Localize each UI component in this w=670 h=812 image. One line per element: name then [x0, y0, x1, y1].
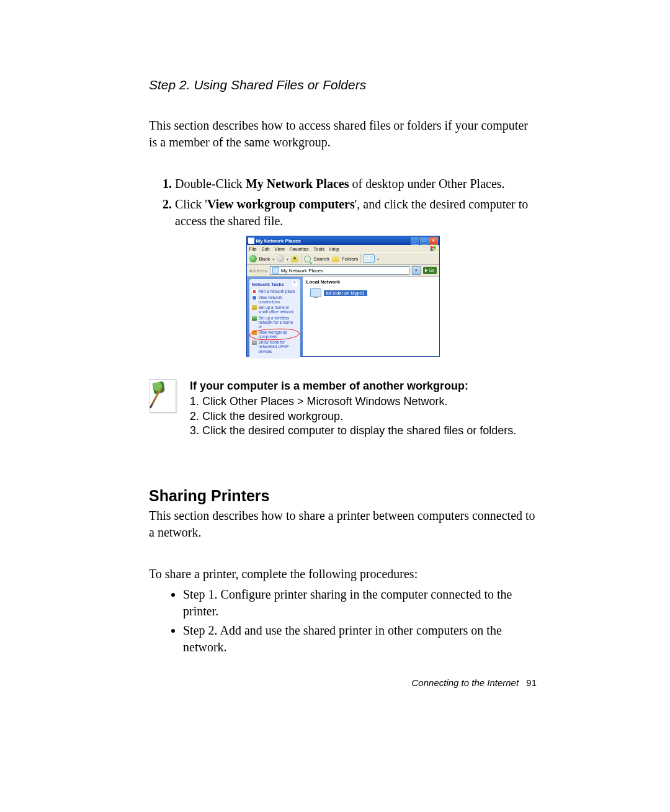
maximize-button[interactable]: □: [420, 237, 429, 245]
menu-tools[interactable]: Tools: [314, 246, 325, 252]
address-value: My Network Places: [281, 268, 323, 274]
task-label: Add a network place: [259, 289, 295, 293]
step-2-text-a: Click ': [175, 197, 207, 211]
network-tasks-title: Network Tasks: [252, 282, 284, 287]
search-icon[interactable]: [304, 256, 311, 262]
globe-icon: [252, 295, 257, 300]
note-icon: [149, 379, 176, 413]
network-places-icon: [248, 238, 254, 244]
step-2-bold: View workgroup computers: [207, 197, 355, 211]
note-line-3: 3. Click the desired computer to display…: [190, 424, 516, 438]
collapse-pane-icon[interactable]: ˄: [292, 281, 298, 287]
footer-text: Connecting to the Internet: [412, 677, 519, 688]
address-label: Address: [249, 268, 267, 274]
minimize-button[interactable]: _: [411, 237, 419, 245]
embedded-screenshot: My Network Places _ □ × File Edit View F…: [149, 236, 537, 357]
task-setup-home-network[interactable]: Set up a home or small office network: [252, 305, 298, 314]
xp-window-controls: _ □ ×: [411, 237, 438, 245]
xp-main-area: Local Network toFolder on Mypc1: [303, 277, 439, 356]
task-label: Set up a home or small office network: [259, 305, 298, 314]
menu-favorites[interactable]: Favorites: [290, 246, 309, 252]
menu-file[interactable]: File: [249, 246, 257, 252]
computer-icon: [310, 288, 321, 297]
address-icon: [272, 267, 279, 274]
views-dropdown-icon[interactable]: ▾: [377, 257, 379, 261]
xp-client-area: Network Tasks ˄ Add a network place View…: [247, 277, 439, 356]
note-line-2: 2. Click the desired workgroup.: [190, 409, 516, 424]
note-block: If your computer is a member of another …: [149, 379, 537, 439]
close-button[interactable]: ×: [429, 237, 438, 245]
xp-menubar: File Edit View Favorites Tools Help: [247, 245, 439, 252]
task-show-upnp[interactable]: Show icons for networked UPnP devices: [252, 340, 298, 353]
page-footer: Connecting to the Internet 91: [412, 677, 537, 688]
folders-label[interactable]: Folders: [342, 256, 359, 262]
note-line-1: 1. Click Other Places > Microsoft Window…: [190, 395, 516, 409]
task-label: View network connections: [259, 295, 298, 304]
toolbar-separator-2: [360, 254, 361, 263]
sharing-printers-steps: Step 1. Configure printer sharing in the…: [149, 586, 537, 656]
go-button[interactable]: Go: [423, 267, 436, 274]
search-label[interactable]: Search: [313, 256, 329, 262]
step-1-text-a: Double-Click: [175, 177, 246, 190]
menu-help[interactable]: Help: [329, 246, 339, 252]
step-title: Step 2. Using Shared Files or Folders: [149, 78, 537, 92]
xp-titlebar: My Network Places _ □ ×: [247, 236, 439, 245]
add-place-icon: [252, 289, 257, 294]
sharing-printers-intro: This section describes how to share a pr…: [149, 507, 537, 541]
xp-toolbar: Back ▾ ▾ Search Folders ▾: [247, 252, 439, 265]
xp-window-title: My Network Places: [256, 238, 301, 244]
folders-icon[interactable]: [332, 256, 339, 262]
document-page: Step 2. Using Shared Files or Folders Th…: [0, 0, 670, 812]
network-tasks-header[interactable]: Network Tasks ˄: [252, 281, 298, 287]
task-label: Set up a wireless network for a home or: [259, 316, 298, 329]
shared-item[interactable]: toFolder on Mypc1: [310, 288, 437, 297]
note-body: If your computer is a member of another …: [190, 379, 516, 439]
home-network-icon: [252, 305, 257, 310]
task-add-network-place[interactable]: Add a network place: [252, 289, 298, 294]
address-field[interactable]: My Network Places: [270, 266, 409, 275]
back-icon[interactable]: [249, 255, 257, 262]
back-dropdown-icon[interactable]: ▾: [272, 257, 274, 261]
page-number: 91: [526, 677, 537, 688]
step-1-text-c: of desktop under Other Places.: [349, 177, 505, 190]
intro-paragraph: This section describes how to access sha…: [149, 117, 537, 151]
wireless-icon: [252, 316, 257, 321]
step-1-bold: My Network Places: [246, 177, 349, 190]
shared-item-label: toFolder on Mypc1: [324, 290, 367, 296]
views-icon[interactable]: [364, 254, 375, 263]
workgroup-icon: [252, 330, 257, 335]
toolbar-separator: [301, 254, 302, 263]
back-label[interactable]: Back: [259, 256, 270, 262]
local-network-header: Local Network: [306, 279, 437, 285]
step-1: Double-Click My Network Places of deskto…: [175, 176, 537, 192]
task-view-connections[interactable]: View network connections: [252, 295, 298, 304]
address-dropdown-icon[interactable]: ▾: [412, 266, 421, 275]
ordered-steps: Double-Click My Network Places of deskto…: [149, 176, 537, 230]
printer-step-1: Step 1. Configure printer sharing in the…: [183, 586, 537, 620]
go-label: Go: [429, 267, 434, 274]
upnp-icon: [252, 340, 257, 345]
task-setup-wireless[interactable]: Set up a wireless network for a home or: [252, 316, 298, 329]
menu-edit[interactable]: Edit: [262, 246, 270, 252]
sharing-printers-lead: To share a printer, complete the followi…: [149, 566, 537, 582]
printer-step-2: Step 2. Add and use the shared printer i…: [183, 622, 537, 656]
xp-task-sidebar: Network Tasks ˄ Add a network place View…: [247, 277, 303, 356]
task-label: Show icons for networked UPnP devices: [259, 340, 298, 353]
forward-icon[interactable]: [277, 255, 284, 262]
step-2: Click 'View workgroup computers', and cl…: [175, 196, 537, 230]
note-title: If your computer is a member of another …: [190, 379, 516, 393]
sharing-printers-heading: Sharing Printers: [149, 487, 537, 505]
task-label: View workgroup computers: [259, 330, 298, 339]
network-tasks-pane: Network Tasks ˄ Add a network place View…: [249, 279, 300, 359]
forward-dropdown-icon[interactable]: ▾: [287, 257, 288, 261]
up-folder-icon[interactable]: [291, 255, 298, 262]
task-view-workgroup[interactable]: View workgroup computers: [252, 330, 298, 339]
windows-flag-icon: [429, 246, 437, 252]
xp-window: My Network Places _ □ × File Edit View F…: [246, 236, 440, 357]
xp-title-left: My Network Places: [248, 238, 301, 244]
xp-address-bar: Address My Network Places ▾ Go: [247, 265, 439, 277]
menu-view[interactable]: View: [275, 246, 285, 252]
